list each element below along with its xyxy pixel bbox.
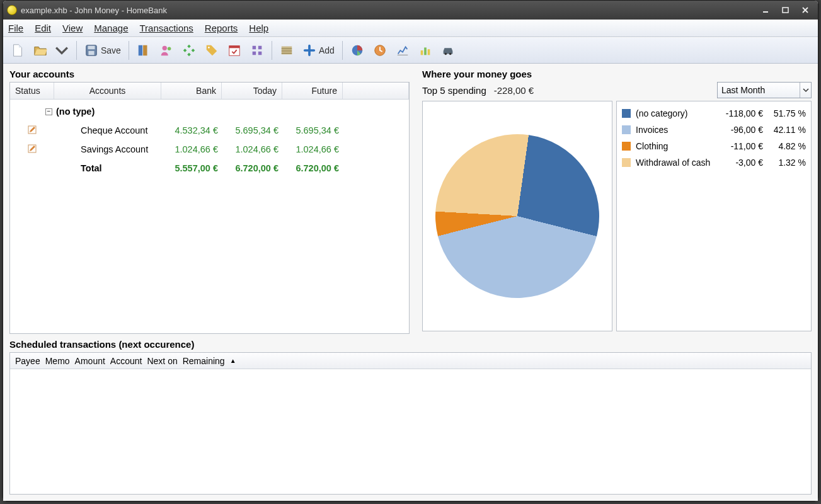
manage-accounts-button[interactable] — [134, 41, 153, 60]
legend-item[interactable]: Invoices -96,00 € 42.11 % — [622, 122, 806, 138]
col-today[interactable]: Today — [222, 83, 282, 99]
legend-swatch — [622, 125, 631, 134]
account-group-row[interactable]: − (no type) — [10, 102, 409, 121]
chevron-down-icon — [800, 83, 811, 98]
col-account[interactable]: Account — [109, 356, 144, 366]
legend-swatch — [622, 158, 631, 167]
col-accounts[interactable]: Accounts — [54, 83, 161, 99]
open-recent-dropdown[interactable] — [52, 41, 71, 60]
svg-rect-16 — [428, 49, 430, 55]
separator — [272, 41, 272, 60]
app-window: example.xhb - John Money - HomeBank File… — [3, 0, 818, 501]
spending-legend: (no category) -118,00 € 51.75 % Invoices… — [616, 101, 812, 331]
menu-transactions[interactable]: Transactions — [140, 23, 193, 33]
report-trend-button[interactable] — [370, 41, 389, 60]
scheduled-list: Payee Memo Amount Account Next on Remain… — [9, 352, 812, 495]
menu-reports[interactable]: Reports — [205, 23, 238, 33]
menu-file[interactable]: File — [8, 23, 23, 33]
account-row[interactable]: Savings Account 1.024,66 € 1.024,66 € 1.… — [10, 140, 409, 159]
report-statistics-button[interactable] — [348, 41, 367, 60]
manage-scheduled-button[interactable] — [225, 41, 244, 60]
report-balance-button[interactable] — [393, 41, 412, 60]
svg-point-17 — [444, 53, 447, 55]
manage-tags-button[interactable] — [202, 41, 221, 60]
manage-payees-button[interactable] — [157, 41, 176, 60]
menu-help[interactable]: Help — [249, 23, 268, 33]
col-amount[interactable]: Amount — [74, 356, 106, 366]
report-vehicle-button[interactable] — [439, 41, 457, 60]
pie-chart — [422, 101, 612, 331]
accounts-title: Your accounts — [9, 69, 410, 79]
svg-rect-0 — [763, 11, 768, 13]
svg-rect-14 — [421, 50, 423, 55]
svg-rect-11 — [229, 46, 240, 49]
spending-panel: Where your money goes Top 5 spending -22… — [422, 67, 812, 334]
svg-point-18 — [449, 53, 452, 55]
separator — [342, 41, 343, 60]
col-memo[interactable]: Memo — [44, 356, 71, 366]
legend-item[interactable]: Withdrawal of cash -3,00 € 1.32 % — [622, 154, 806, 171]
range-select[interactable]: Last Month — [717, 82, 812, 98]
menu-view[interactable]: View — [62, 23, 83, 33]
titlebar[interactable]: example.xhb - John Money - HomeBank — [3, 1, 818, 20]
menu-manage[interactable]: Manage — [94, 23, 128, 33]
separator — [129, 41, 129, 60]
col-status[interactable]: Status — [10, 83, 54, 99]
show-transactions-button[interactable] — [277, 41, 296, 60]
spending-title: Where your money goes — [422, 69, 812, 79]
edit-icon — [27, 125, 37, 137]
window-title: example.xhb - John Money - HomeBank — [21, 6, 755, 15]
manage-budget-button[interactable] — [248, 41, 267, 60]
report-budget-button[interactable] — [416, 41, 435, 60]
manage-categories-button[interactable] — [180, 41, 198, 60]
accounts-header: Status Accounts Bank Today Future — [10, 83, 409, 100]
col-future[interactable]: Future — [282, 83, 343, 99]
separator — [76, 41, 77, 60]
legend-swatch — [622, 142, 631, 151]
svg-rect-6 — [143, 45, 147, 56]
svg-rect-15 — [424, 47, 427, 55]
close-button[interactable] — [796, 4, 814, 16]
collapse-icon[interactable]: − — [45, 108, 52, 115]
legend-swatch — [622, 109, 631, 118]
col-bank[interactable]: Bank — [161, 83, 222, 99]
scheduled-panel: Scheduled transactions (next occurence) … — [9, 338, 812, 495]
svg-point-9 — [208, 47, 210, 49]
add-transaction-button[interactable]: Add — [300, 41, 337, 60]
open-file-button[interactable] — [31, 41, 50, 60]
col-payee[interactable]: Payee — [14, 356, 42, 366]
sort-asc-icon: ▲ — [229, 357, 238, 364]
account-row[interactable]: Cheque Account 4.532,34 € 5.695,34 € 5.6… — [10, 121, 409, 140]
col-remaining[interactable]: Remaining — [181, 356, 226, 366]
edit-icon — [27, 144, 37, 156]
scheduled-title: Scheduled transactions (next occurence) — [9, 339, 812, 350]
svg-rect-4 — [88, 51, 94, 55]
accounts-list: Status Accounts Bank Today Future − (no … — [9, 82, 410, 334]
minimize-button[interactable] — [757, 4, 775, 16]
app-icon — [7, 5, 17, 15]
legend-item[interactable]: (no category) -118,00 € 51.75 % — [622, 105, 806, 122]
svg-point-8 — [168, 47, 171, 51]
svg-rect-1 — [783, 8, 788, 13]
spending-subtitle: Top 5 spending — [422, 85, 486, 96]
accounts-total-row: Total 5.557,00 € 6.720,00 € 6.720,00 € — [10, 159, 409, 178]
save-button[interactable]: Save — [82, 41, 123, 60]
new-file-button[interactable] — [8, 41, 27, 60]
toolbar: Save Add — [3, 37, 818, 64]
svg-rect-5 — [139, 45, 142, 56]
col-nexton[interactable]: Next on — [146, 356, 178, 366]
svg-point-7 — [163, 46, 167, 50]
accounts-panel: Your accounts Status Accounts Bank Today… — [9, 67, 410, 334]
spending-amount: -228,00 € — [494, 85, 534, 96]
client-area: Your accounts Status Accounts Bank Today… — [3, 64, 818, 501]
menu-edit[interactable]: Edit — [35, 23, 51, 33]
scheduled-header: Payee Memo Amount Account Next on Remain… — [10, 353, 811, 369]
maximize-button[interactable] — [777, 4, 795, 16]
svg-rect-3 — [88, 46, 95, 50]
legend-item[interactable]: Clothing -11,00 € 4.82 % — [622, 138, 806, 154]
menubar: File Edit View Manage Transactions Repor… — [3, 20, 818, 37]
